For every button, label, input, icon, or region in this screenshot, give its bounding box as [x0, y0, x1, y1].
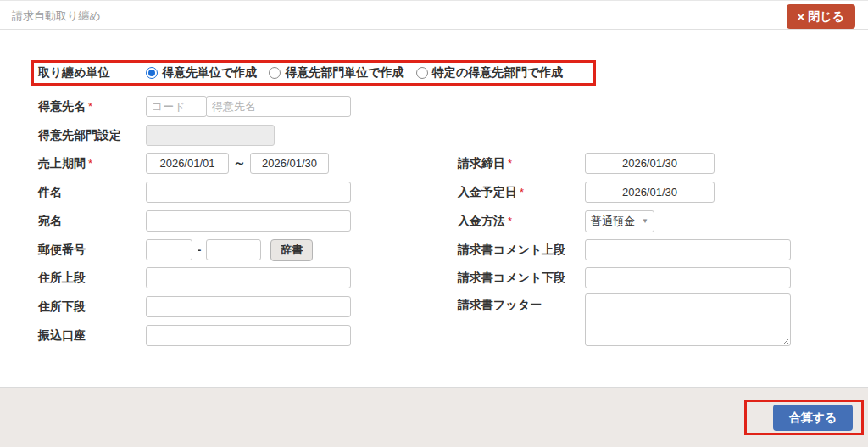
- radio-label: 得意先部門単位で作成: [285, 65, 403, 81]
- postal-code2-input[interactable]: [206, 239, 261, 260]
- addressee-input[interactable]: [146, 210, 351, 232]
- postal-code1-input[interactable]: [146, 239, 192, 260]
- required-asterisk: *: [508, 157, 512, 170]
- radio-selected-icon: [146, 67, 158, 79]
- comment-lower-label: 請求書コメント下段: [458, 271, 565, 284]
- radio-create-by-customer[interactable]: 得意先単位で作成: [146, 65, 257, 81]
- header: 請求自動取り纏め × 閉じる: [0, 1, 868, 30]
- invoice-footer-textarea[interactable]: [585, 293, 791, 346]
- payment-method-value: 普通預金: [591, 214, 635, 229]
- bank-account-input[interactable]: [146, 325, 351, 346]
- bank-account-row: 振込口座: [38, 325, 351, 346]
- postal-code-label: 郵便番号: [38, 243, 86, 256]
- grouping-unit-row: 取り纏め単位 得意先単位で作成 得意先部門単位で作成 特定の得意先部門で作成: [38, 61, 575, 85]
- comment-upper-input[interactable]: [585, 239, 791, 260]
- sales-period-row: 売上期間* ～: [38, 153, 329, 174]
- radio-label: 特定の得意先部門で作成: [432, 65, 564, 81]
- closing-date-label: 請求締日: [458, 156, 505, 170]
- chevron-down-icon: ▼: [642, 217, 648, 225]
- postal-code-row: 郵便番号 - 辞書: [38, 239, 313, 260]
- submit-button[interactable]: 合算する: [773, 405, 853, 431]
- radio-label: 得意先単位で作成: [162, 65, 257, 81]
- sales-period-label: 売上期間: [38, 156, 86, 170]
- required-asterisk: *: [88, 100, 92, 113]
- comment-upper-row: 請求書コメント上段: [458, 239, 791, 260]
- closing-date-row: 請求締日*: [458, 153, 715, 174]
- customer-dept-row: 得意先部門設定: [38, 125, 275, 146]
- close-button-label: 閉じる: [808, 9, 844, 25]
- dictionary-button[interactable]: 辞書: [270, 239, 313, 261]
- address-upper-input[interactable]: [146, 267, 351, 288]
- required-asterisk: *: [520, 186, 524, 198]
- invoice-footer-label: 請求書フッター: [458, 298, 542, 311]
- invoice-consolidation-dialog: 請求自動取り纏め × 閉じる 取り纏め単位 得意先単位で作成 得意先部門単位で作…: [0, 0, 868, 447]
- radio-create-by-specific-dept[interactable]: 特定の得意先部門で作成: [416, 65, 564, 81]
- close-button[interactable]: × 閉じる: [787, 4, 855, 29]
- customer-name-label: 得意先名: [38, 99, 86, 113]
- closing-date-input[interactable]: [585, 153, 715, 174]
- address-upper-row: 住所上段: [38, 267, 351, 288]
- payment-method-row: 入金方法* 普通預金 ▼: [458, 210, 654, 232]
- payment-due-input[interactable]: [585, 182, 715, 203]
- customer-code-input[interactable]: [146, 96, 207, 117]
- radio-unselected-icon: [269, 67, 281, 79]
- address-lower-row: 住所下段: [38, 296, 351, 317]
- address-lower-input[interactable]: [146, 296, 351, 317]
- bank-account-label: 振込口座: [38, 328, 86, 342]
- sales-period-to-input[interactable]: [250, 153, 329, 174]
- addressee-row: 宛名: [38, 210, 351, 232]
- radio-unselected-icon: [416, 67, 428, 79]
- invoice-footer-row: 請求書フッター: [458, 293, 791, 346]
- required-asterisk: *: [88, 157, 92, 170]
- footer-bar: [0, 387, 868, 447]
- subject-label: 件名: [38, 185, 62, 198]
- customer-dept-label: 得意先部門設定: [38, 128, 121, 142]
- address-upper-label: 住所上段: [38, 271, 86, 284]
- customer-name-input[interactable]: [206, 96, 351, 117]
- grouping-label: 取り纏め単位: [38, 65, 146, 81]
- customer-dept-input: [146, 125, 275, 146]
- required-asterisk: *: [508, 215, 512, 227]
- page-title: 請求自動取り纏め: [12, 8, 101, 24]
- payment-method-select[interactable]: 普通預金 ▼: [585, 210, 654, 232]
- payment-method-label: 入金方法: [458, 214, 505, 227]
- period-separator: ～: [233, 155, 246, 171]
- sales-period-from-input[interactable]: [146, 153, 229, 174]
- subject-row: 件名: [38, 182, 351, 203]
- close-icon: ×: [798, 10, 805, 23]
- address-lower-label: 住所下段: [38, 299, 86, 313]
- payment-due-label: 入金予定日: [458, 185, 517, 198]
- comment-upper-label: 請求書コメント上段: [458, 243, 565, 256]
- subject-input[interactable]: [146, 182, 351, 203]
- comment-lower-input[interactable]: [585, 267, 791, 288]
- postal-separator: -: [198, 243, 201, 256]
- comment-lower-row: 請求書コメント下段: [458, 267, 791, 288]
- radio-create-by-customer-dept[interactable]: 得意先部門単位で作成: [269, 65, 403, 81]
- addressee-label: 宛名: [38, 214, 62, 227]
- customer-name-row: 得意先名*: [38, 96, 351, 117]
- payment-due-row: 入金予定日*: [458, 182, 715, 203]
